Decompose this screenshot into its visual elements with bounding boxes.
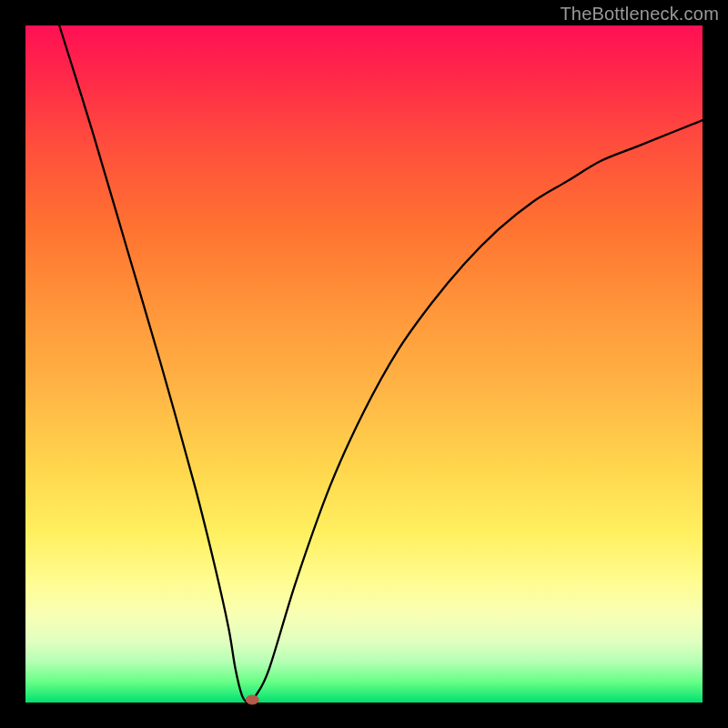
watermark-text: TheBottleneck.com	[560, 4, 719, 25]
plot-area	[25, 25, 703, 703]
bottleneck-curve	[59, 25, 703, 703]
chart-frame: TheBottleneck.com	[0, 0, 728, 728]
bottleneck-point-marker	[246, 695, 258, 704]
chart-svg	[25, 25, 703, 703]
